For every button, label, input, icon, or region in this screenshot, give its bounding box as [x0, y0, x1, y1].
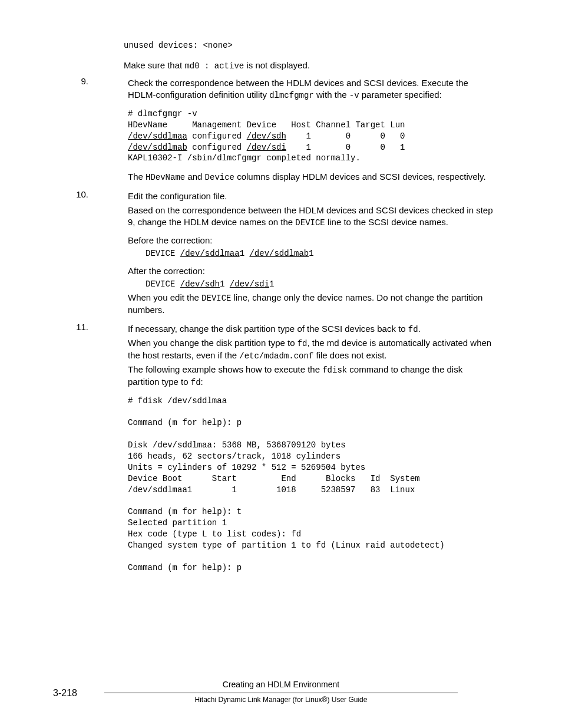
- code-text: 1: [269, 279, 274, 289]
- inline-code: DEVICE: [295, 218, 325, 228]
- step-number: 9.: [68, 75, 92, 185]
- inline-code: md0 : active: [184, 61, 244, 71]
- inline-code: fdisk: [322, 365, 347, 375]
- inline-code: dlmcfgmgr: [269, 91, 314, 100]
- inline-code: Device: [205, 173, 234, 182]
- code-line: HDevName Management Device Host Channel …: [128, 120, 405, 130]
- before-code: DEVICE /dev/sddlmaa1 /dev/sddlmab1: [128, 248, 494, 259]
- step-body: Edit the configuration file. Based on th…: [92, 189, 494, 318]
- text: and: [185, 172, 204, 182]
- step-text: When you change the disk partition type …: [128, 337, 494, 362]
- step-text-after: The HDevName and Device columns display …: [128, 171, 494, 183]
- step-10: 10. Edit the configuration file. Based o…: [68, 189, 494, 318]
- text: with the: [314, 90, 349, 100]
- before-label: Before the correction:: [128, 235, 494, 246]
- step-11: 11. If necessary, change the disk partit…: [68, 321, 494, 581]
- step-body: Check the correspondence between the HDL…: [92, 75, 494, 185]
- pre-step-text: Make sure that md0 : active is not displ…: [124, 60, 494, 72]
- code-text: 1 0 0 1: [286, 143, 405, 152]
- code-block: # dlmcfgmgr -v HDevName Management Devic…: [128, 108, 494, 164]
- text: The: [128, 172, 146, 182]
- inline-code: fd: [408, 325, 418, 334]
- text: :: [201, 377, 203, 387]
- pre-step-content: unused devices: <none> Make sure that md…: [68, 40, 494, 72]
- text: When you edit the: [128, 292, 201, 302]
- code-underline: /dev/sdh: [180, 279, 220, 289]
- step-text: Check the correspondence between the HDL…: [128, 77, 494, 101]
- text: file does not exist.: [313, 350, 386, 360]
- text: If necessary, change the disk partition …: [128, 324, 408, 334]
- inline-code: DEVICE: [201, 294, 231, 303]
- code-underline: /dev/sdh: [247, 131, 286, 141]
- code-underline: /dev/sddlmab: [249, 249, 309, 258]
- code-underline: /dev/sddlmaa: [128, 131, 187, 141]
- text: parameter specified:: [359, 90, 442, 100]
- code-text: 1: [240, 249, 250, 258]
- text: columns display HDLM devices and SCSI de…: [234, 172, 486, 182]
- code-text: 1 0 0 0: [286, 131, 405, 141]
- code-underline: /dev/sddlmab: [128, 143, 187, 152]
- code-underline: /dev/sdi: [247, 143, 286, 152]
- step-line: Edit the configuration file.: [128, 190, 494, 202]
- inline-code: /etc/mdadm.conf: [239, 351, 313, 361]
- step-body: If necessary, change the disk partition …: [92, 321, 494, 581]
- inline-code: -v: [349, 91, 359, 100]
- inline-code: fd: [191, 378, 201, 387]
- code-text: configured: [187, 143, 247, 152]
- code-text: 1: [220, 279, 230, 289]
- code-line: # dlmcfgmgr -v: [128, 109, 197, 118]
- after-code: DEVICE /dev/sdh1 /dev/sdi1: [128, 279, 494, 290]
- text: is not displayed.: [244, 60, 310, 70]
- document-page: unused devices: <none> Make sure that md…: [0, 0, 562, 728]
- step-text: If necessary, change the disk partition …: [128, 323, 494, 335]
- text: .: [418, 324, 421, 334]
- page-footer: Creating an HDLM Environment Hitachi Dyn…: [0, 679, 562, 704]
- text: When you change the disk partition type …: [128, 338, 297, 348]
- after-label: After the correction:: [128, 265, 494, 277]
- step-number: 10.: [68, 189, 92, 318]
- step-text: When you edit the DEVICE line, change on…: [128, 292, 494, 316]
- code-line: KAPL10302-I /sbin/dlmcfgmgr completed no…: [128, 153, 361, 163]
- code-text: DEVICE: [146, 279, 180, 289]
- step-text: Based on the correspondence between the …: [128, 205, 494, 229]
- code-underline: /dev/sddlmaa: [180, 249, 240, 258]
- inline-code: fd: [297, 339, 308, 348]
- code-text: DEVICE: [146, 249, 180, 258]
- text: line to the SCSI device names.: [325, 217, 448, 227]
- text: Make sure that: [124, 60, 184, 70]
- footer-title: Creating an HDLM Environment: [0, 679, 562, 690]
- step-9: 9. Check the correspondence between the …: [68, 75, 494, 185]
- code-text: configured: [187, 131, 247, 141]
- fdisk-code-block: # fdisk /dev/sddlmaa Command (m for help…: [128, 396, 494, 574]
- step-text: The following example shows how to execu…: [128, 364, 494, 388]
- code-text: 1: [309, 249, 313, 258]
- footer-subtitle: Hitachi Dynamic Link Manager (for Linux®…: [104, 693, 458, 704]
- code-line-unused: unused devices: <none>: [124, 40, 494, 51]
- step-number: 11.: [68, 321, 92, 581]
- code-underline: /dev/sdi: [230, 279, 269, 289]
- text: The following example shows how to execu…: [128, 364, 322, 374]
- inline-code: HDevName: [146, 173, 185, 182]
